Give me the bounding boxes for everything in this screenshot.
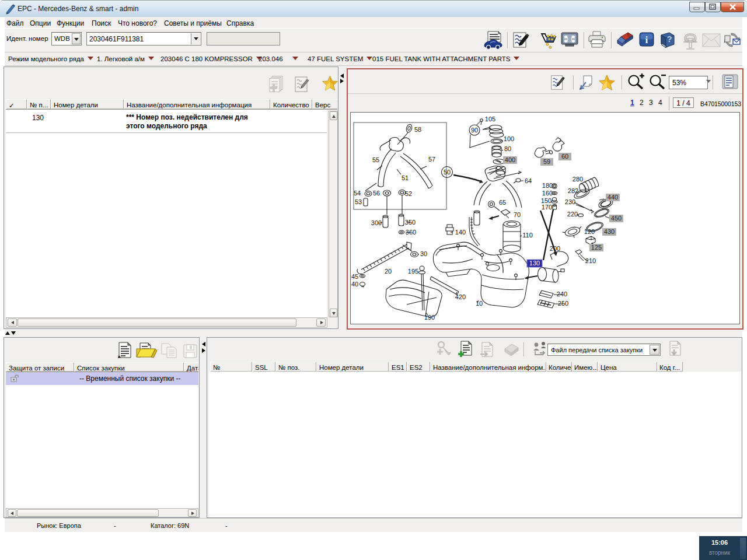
svg-text:90: 90 bbox=[471, 127, 478, 134]
svg-text:170: 170 bbox=[542, 204, 552, 211]
svg-text:105: 105 bbox=[485, 116, 495, 123]
svg-text:120: 120 bbox=[584, 228, 595, 235]
svg-text:60: 60 bbox=[561, 153, 568, 160]
svg-text:300: 300 bbox=[371, 219, 382, 226]
svg-text:240: 240 bbox=[557, 290, 567, 298]
svg-text:195: 195 bbox=[408, 268, 418, 275]
svg-text:430: 430 bbox=[604, 228, 615, 235]
svg-text:200: 200 bbox=[550, 245, 560, 252]
svg-text:51: 51 bbox=[402, 174, 409, 181]
svg-text:420: 420 bbox=[455, 293, 466, 300]
svg-text:190: 190 bbox=[424, 314, 435, 321]
svg-text:230: 230 bbox=[565, 198, 575, 205]
svg-text:400: 400 bbox=[505, 156, 515, 163]
svg-text:50: 50 bbox=[444, 169, 451, 176]
svg-text:450: 450 bbox=[611, 215, 622, 222]
svg-text:55: 55 bbox=[372, 156, 379, 163]
svg-text:180: 180 bbox=[542, 182, 553, 189]
svg-text:54: 54 bbox=[354, 190, 361, 197]
svg-text:100: 100 bbox=[504, 135, 514, 142]
svg-text:282: 282 bbox=[568, 187, 578, 194]
svg-text:210: 210 bbox=[585, 257, 596, 264]
svg-text:52: 52 bbox=[405, 190, 412, 197]
svg-text:110: 110 bbox=[522, 232, 533, 239]
svg-text:57: 57 bbox=[428, 156, 435, 163]
svg-text:?: ? bbox=[666, 34, 672, 44]
svg-text:i: i bbox=[645, 35, 648, 45]
svg-text:30: 30 bbox=[420, 250, 427, 257]
svg-text:140: 140 bbox=[455, 229, 466, 236]
svg-text:360: 360 bbox=[406, 229, 416, 236]
svg-text:65: 65 bbox=[499, 199, 506, 206]
svg-text:40: 40 bbox=[351, 281, 358, 288]
svg-text:10: 10 bbox=[476, 300, 483, 307]
svg-text:250: 250 bbox=[558, 300, 568, 307]
svg-text:45: 45 bbox=[351, 273, 358, 280]
svg-text:80: 80 bbox=[504, 145, 511, 152]
svg-text:440: 440 bbox=[608, 194, 618, 201]
svg-text:125: 125 bbox=[591, 244, 602, 251]
svg-text:220: 220 bbox=[567, 211, 578, 218]
svg-text:350: 350 bbox=[405, 219, 416, 226]
svg-text:56: 56 bbox=[373, 190, 380, 197]
svg-text:130: 130 bbox=[529, 260, 540, 267]
svg-text:58: 58 bbox=[414, 126, 421, 133]
svg-text:20: 20 bbox=[385, 268, 392, 275]
svg-text:59: 59 bbox=[543, 158, 550, 165]
svg-text:64: 64 bbox=[525, 177, 532, 184]
svg-text:53: 53 bbox=[355, 198, 362, 205]
svg-text:70: 70 bbox=[514, 211, 521, 218]
svg-text:280: 280 bbox=[573, 176, 583, 183]
svg-text:160: 160 bbox=[542, 190, 553, 197]
